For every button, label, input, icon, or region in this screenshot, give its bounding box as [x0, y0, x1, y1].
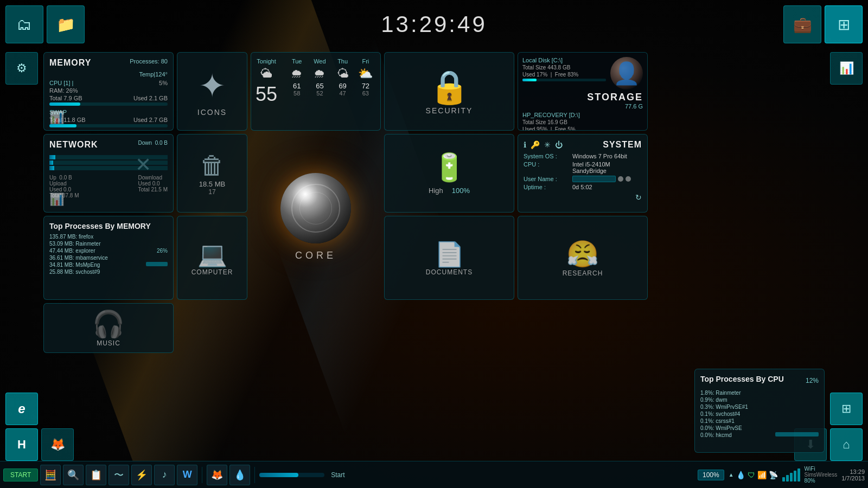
ram-used: Used 2.1 GB — [133, 95, 168, 101]
tray-up-icon: ▲ — [729, 472, 734, 478]
firefox-bottom-icon: 🦊 — [50, 438, 65, 452]
main-grid-area: MEMORY Processes: 80 Temp|124° CPU [1] |… — [43, 49, 825, 428]
grid-right-btn[interactable]: ⊞ — [830, 393, 863, 425]
security-widget: 🔒 SECURITY — [384, 52, 514, 131]
computer-widget[interactable]: 💻 COMPUTER — [177, 216, 247, 300]
up-label: Up 0.0 B — [49, 175, 79, 181]
search-btn[interactable]: 🔍 — [63, 465, 84, 485]
battery-pct-display: 100% — [698, 470, 724, 480]
disk2-free: Free 5% — [555, 126, 576, 131]
music-widget[interactable]: 🎧 MUSIC — [43, 303, 174, 353]
bar-chart-right-btn[interactable]: 📊 — [830, 52, 863, 85]
content-area: ⚙ e MEMORY Processes: 80 — [0, 49, 868, 428]
documents-widget[interactable]: 📄 DOCUMENTS — [384, 216, 514, 300]
ram-label: RAM: 26% — [49, 87, 78, 94]
wifi-bars-visual — [782, 468, 800, 481]
user-row: User Name : — [524, 176, 642, 182]
folder-icon: 📁 — [56, 16, 75, 34]
briefcase-btn[interactable]: 💼 — [783, 5, 821, 43]
storage-title: STORAGE — [522, 92, 643, 103]
cpu-btn[interactable]: ⚡ — [131, 465, 152, 485]
system-widget: ℹ 🔑 ✳ ⏻ SYSTEM System OS : Windows 7 Pro… — [518, 134, 648, 213]
cpu-pct: 5% — [159, 80, 168, 86]
right-sidebar: 📊 ⊞ — [825, 49, 868, 428]
wifi-info — [782, 468, 800, 481]
document-icon: 📄 — [435, 240, 464, 268]
calculator-icon: 🧮 — [44, 469, 56, 481]
security-label: SECURITY — [426, 106, 473, 115]
temp-label: Temp| — [139, 71, 155, 78]
documents-label: DOCUMENTS — [426, 268, 473, 276]
weather-tue: Tue 🌧 61 58 — [286, 58, 307, 97]
file-manager-btn1[interactable]: 🗂 — [5, 5, 43, 43]
briefcase-icon: 💼 — [793, 16, 812, 34]
taskbar-sep1 — [202, 467, 202, 483]
settings-btn[interactable]: ⚙ — [5, 52, 38, 85]
asterisk-icon: ✳ — [544, 140, 551, 149]
research-icon: 😤 — [566, 239, 599, 269]
firefox-taskbar-btn[interactable]: 🦊 — [207, 465, 227, 485]
top-bar-right: 💼 ⊞ — [783, 5, 863, 43]
grid-icon: ⊞ — [838, 16, 850, 34]
uptime-val: 0d 5:02 — [572, 184, 592, 190]
disk2-total: Total Size 16.9 GB — [522, 119, 643, 125]
research-widget[interactable]: 😤 RESEARCH — [518, 216, 648, 300]
top-bar: 🗂 📁 13:29:49 💼 ⊞ — [0, 0, 868, 49]
uptime-row: Uptime : 0d 5:02 — [524, 184, 642, 190]
lock-icon: 🔒 — [429, 68, 470, 106]
download-used: Used 0.0 — [138, 181, 168, 187]
fri-icon: ⛅ — [355, 67, 376, 81]
music-taskbar-btn[interactable]: ♪ — [154, 465, 175, 485]
processes-label: Processes: — [130, 58, 159, 65]
taskbar: START 🧮 🔍 📋 〜 ⚡ ♪ W 🦊 💧 — [0, 461, 868, 488]
taskbar-progress-bar — [259, 473, 324, 477]
system-title: SYSTEM — [603, 140, 642, 150]
internet-explorer-btn[interactable]: e — [5, 393, 38, 425]
uptime-label: Uptime : — [524, 184, 572, 190]
network-title: NETWORK — [49, 140, 98, 150]
tray-shield-icon: 🛡 — [748, 471, 755, 479]
word-btn[interactable]: W — [177, 465, 197, 485]
recycle-size: 18.5 MB — [199, 180, 225, 188]
os-row: System OS : Windows 7 Pro 64bit — [524, 153, 642, 159]
left-sidebar: ⚙ e — [0, 49, 43, 428]
memory-processes-widget: Top Processes By MEMORY 135.87 MB: firef… — [43, 216, 174, 300]
user-input-placeholder — [572, 176, 616, 182]
high-pct: 100% — [452, 187, 470, 195]
tonight-icon: 🌥 — [256, 67, 277, 81]
cpu-sys-val: Intel i5-2410M SandyBridge — [572, 161, 642, 174]
temp-val: 124° — [155, 71, 168, 78]
start-button[interactable]: START — [3, 468, 38, 481]
calculator-btn[interactable]: 🧮 — [40, 465, 61, 485]
upload-used: Used 0.0 — [49, 187, 79, 192]
disk1-label: Local Disk [C:\] — [522, 57, 606, 63]
wifi-name: SimsWireless — [805, 472, 838, 478]
core-widget: CORE — [251, 134, 381, 300]
grid-btn[interactable]: ⊞ — [825, 5, 863, 43]
widget-grid: MEMORY Processes: 80 Temp|124° CPU [1] |… — [43, 52, 825, 353]
home-btn[interactable]: ⌂ — [830, 428, 863, 461]
gear-icon: ⚙ — [16, 61, 27, 75]
activity-btn[interactable]: 〜 — [108, 465, 129, 485]
dropbox-icon: 💧 — [234, 469, 246, 481]
ram-bar-container — [49, 102, 168, 106]
tue-icon: 🌧 — [286, 67, 307, 81]
word-icon: W — [183, 469, 192, 480]
file-manager-btn2[interactable]: 📁 — [47, 5, 85, 43]
ram-bar — [49, 102, 80, 106]
tray-area: ▲ 💧 🛡 📶 📡 — [729, 471, 778, 479]
firefox-bottom-btn[interactable]: 🦊 — [41, 428, 74, 461]
processes-val: 80 — [161, 58, 168, 65]
dropbox-btn[interactable]: 💧 — [229, 465, 250, 485]
refresh-icon[interactable]: ↻ — [635, 193, 642, 202]
h-btn[interactable]: H — [5, 428, 38, 461]
power-icon: ⏻ — [555, 140, 563, 149]
ram-total: Total 7.9 GB — [49, 95, 82, 101]
notes-btn[interactable]: 📋 — [86, 465, 106, 485]
clock-display: 13:29:49 — [85, 11, 783, 37]
cpu-proc-title: Top Processes By CPU — [700, 375, 784, 383]
taskbar-start-label: Start — [331, 471, 344, 479]
wifi-label: WiFi — [805, 466, 838, 472]
tray-wifi-icon: 📶 — [757, 471, 767, 479]
bar-chart-right-icon: 📊 — [839, 61, 854, 75]
